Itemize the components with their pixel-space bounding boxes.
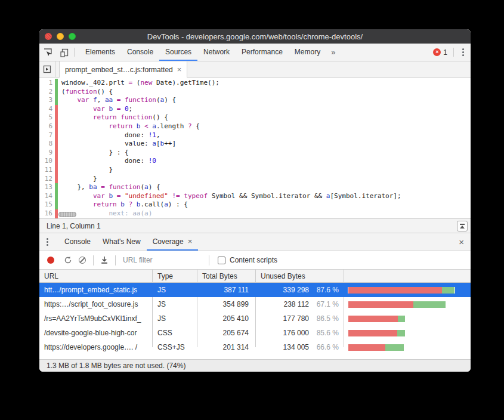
sources-file-tabbar: prompt_embed_st…c.js:formatted × (39, 61, 471, 78)
code-line: 11 } (39, 166, 471, 175)
row-total-bytes: 205 674 (197, 329, 256, 337)
used-bytes-bar (442, 287, 454, 294)
code-text: var b = "undefined" != typeof Symbol && … (58, 192, 401, 201)
row-url: https://developers.google…. / (39, 343, 153, 351)
code-line: 3 var f, aa = function(a) { (39, 96, 471, 105)
record-coverage-button[interactable] (47, 257, 54, 264)
line-number-gutter[interactable]: 16 (39, 209, 55, 218)
used-bytes-bar (397, 330, 405, 336)
desktop-background: DevTools - developers.google.com/web/too… (0, 0, 504, 420)
file-tab-prompt-embed[interactable]: prompt_embed_st…c.js:formatted × (59, 61, 187, 78)
used-bytes-bar (413, 301, 446, 308)
column-header-bars[interactable] (344, 270, 471, 282)
used-bytes-bar (385, 344, 404, 351)
row-unused-percent: 86.5 % (309, 314, 339, 323)
drawer-menu-icon[interactable] (39, 233, 55, 251)
device-toolbar-icon[interactable] (56, 44, 73, 61)
code-text: value: a[b++] (58, 140, 176, 149)
toolbar-divider (453, 48, 454, 57)
line-number-gutter[interactable]: 10 (39, 157, 55, 166)
code-line: 1window._402.prlt = (new Date).getTime()… (39, 79, 471, 88)
tab-elements[interactable]: Elements (79, 44, 121, 61)
row-unused-bytes: 339 29887.6 % (256, 286, 344, 294)
drawer-tab-console[interactable]: Console (58, 233, 97, 251)
coverage-row[interactable]: /rs=AA2YrTsM9ubCxVKl1inxf_JS205 410177 7… (39, 311, 471, 326)
row-total-bytes: 201 314 (197, 343, 256, 351)
line-number-gutter[interactable]: 7 (39, 131, 55, 140)
row-type: JS (153, 314, 197, 323)
content-scripts-label: Content scripts (230, 256, 277, 264)
line-number-gutter[interactable]: 2 (39, 88, 55, 97)
cursor-position-label: Line 1, Column 1 (47, 222, 101, 230)
export-download-icon[interactable] (97, 256, 112, 264)
code-line: 9 } : { (39, 149, 471, 158)
line-number-gutter[interactable]: 9 (39, 149, 55, 158)
code-text: }, ba = function(a) { (58, 183, 160, 192)
line-number-gutter[interactable]: 14 (39, 192, 55, 201)
titlebar[interactable]: DevTools - developers.google.com/web/too… (39, 29, 471, 44)
close-window-button[interactable] (45, 33, 52, 40)
unused-bytes-bar (348, 344, 385, 351)
clear-icon[interactable] (75, 257, 89, 264)
drawer-tab-close-icon[interactable]: × (188, 237, 193, 246)
line-number-gutter[interactable]: 6 (39, 122, 55, 131)
row-url: /devsite-google-blue-high-cor (39, 329, 153, 337)
row-usage-bar (344, 344, 471, 351)
code-line: 12 } (39, 175, 471, 184)
coverage-row[interactable]: /devsite-google-blue-high-corCSS205 6741… (39, 326, 471, 340)
tab-network[interactable]: Network (197, 44, 236, 61)
traffic-lights (45, 29, 76, 44)
show-navigator-icon[interactable] (39, 61, 55, 77)
row-type: JS (153, 300, 197, 308)
code-line: 6 return b < a.length ? { (39, 122, 471, 131)
coverage-toolbar: Content scripts (39, 251, 471, 270)
tab-performance[interactable]: Performance (236, 44, 289, 61)
close-drawer-icon[interactable]: × (452, 233, 471, 251)
console-error-badge[interactable]: × 1 (428, 44, 452, 61)
tab-sources[interactable]: Sources (159, 44, 197, 61)
more-tabs-button[interactable]: » (326, 44, 340, 61)
line-number-gutter[interactable]: 8 (39, 140, 55, 149)
code-text: done: !0 (58, 157, 156, 166)
coverage-row[interactable]: https://developers.google…. /CSS+JS201 3… (39, 340, 471, 354)
column-header-unused-bytes[interactable]: Unused Bytes (256, 270, 344, 282)
devtools-window: DevTools - developers.google.com/web/too… (39, 29, 471, 372)
row-usage-bar (344, 330, 471, 336)
column-header-type[interactable]: Type (153, 270, 197, 282)
row-type: CSS (153, 329, 197, 337)
drawer-tabbar: ConsoleWhat's NewCoverage× × (39, 233, 471, 251)
line-number-gutter[interactable]: 12 (39, 175, 55, 184)
row-unused-percent: 85.6 % (309, 329, 339, 337)
tab-memory[interactable]: Memory (289, 44, 326, 61)
column-header-total-bytes[interactable]: Total Bytes (197, 270, 256, 282)
scroll-to-top-button[interactable] (457, 221, 468, 231)
column-header-url[interactable]: URL (39, 270, 153, 282)
code-editor[interactable]: 1window._402.prlt = (new Date).getTime()… (39, 78, 471, 218)
main-menu-icon[interactable] (455, 44, 471, 61)
url-filter-input[interactable] (123, 256, 205, 264)
code-line: 15 return b ? b.call(a) : { (39, 200, 471, 209)
line-number-gutter[interactable]: 15 (39, 200, 55, 209)
line-number-gutter[interactable]: 4 (39, 105, 55, 114)
tab-console[interactable]: Console (121, 44, 159, 61)
zoom-window-button[interactable] (69, 33, 76, 40)
minimize-window-button[interactable] (57, 33, 64, 40)
reload-icon[interactable] (61, 256, 75, 264)
drawer-tab-coverage[interactable]: Coverage× (147, 233, 199, 251)
file-tab-close-icon[interactable]: × (177, 65, 182, 74)
code-text: done: !1, (58, 131, 160, 140)
horizontal-scrollbar-thumb[interactable] (58, 212, 76, 217)
line-number-gutter[interactable]: 1 (39, 79, 55, 88)
drawer-tab-what-s-new[interactable]: What's New (97, 233, 147, 251)
line-number-gutter[interactable]: 3 (39, 96, 55, 105)
line-number-gutter[interactable]: 11 (39, 166, 55, 175)
row-unused-bytes: 134 00566.6 % (256, 343, 344, 351)
code-line: 13 }, ba = function(a) { (39, 183, 471, 192)
content-scripts-checkbox[interactable] (218, 257, 225, 264)
line-number-gutter[interactable]: 13 (39, 183, 55, 192)
coverage-row[interactable]: https:…/script_foot_closure.jsJS354 8992… (39, 297, 471, 311)
unused-bytes-bar (348, 330, 397, 336)
inspect-element-icon[interactable] (39, 44, 56, 61)
line-number-gutter[interactable]: 5 (39, 113, 55, 122)
coverage-row[interactable]: htt…/prompt_embed_static.jsJS387 111339 … (39, 283, 471, 297)
